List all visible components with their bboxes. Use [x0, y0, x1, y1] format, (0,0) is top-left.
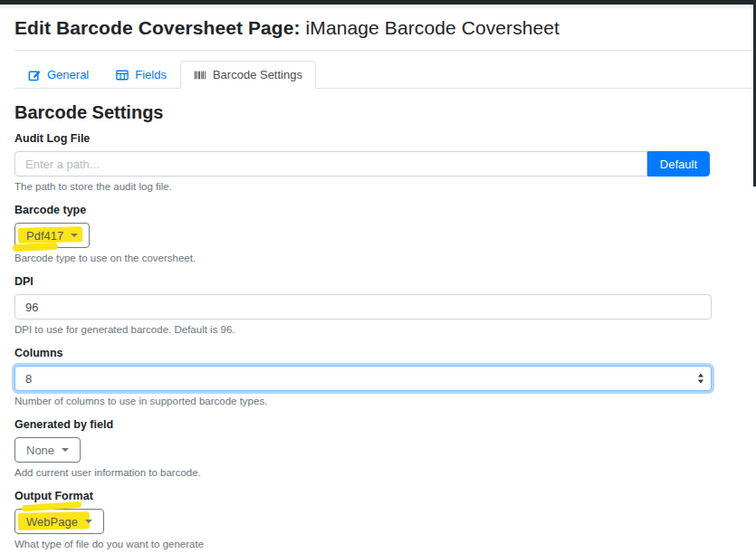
field-generated-by: Generated by field None Add current user…: [14, 418, 742, 478]
columns-input-wrap: [14, 366, 712, 391]
tab-label: Barcode Settings: [213, 68, 302, 81]
barcode-type-label: Barcode type: [14, 204, 742, 216]
number-spinner[interactable]: [698, 374, 703, 384]
tab-label: Fields: [135, 68, 167, 81]
output-format-dropdown[interactable]: WebPage: [14, 509, 104, 534]
generated-by-help-text: Add current user information to barcode.: [14, 467, 742, 478]
highlighter-annotation: [13, 243, 59, 253]
columns-label: Columns: [14, 347, 742, 359]
top-shadow: [0, 5, 756, 11]
tab-barcode-settings[interactable]: Barcode Settings: [180, 61, 316, 89]
caret-down-icon: [62, 448, 69, 452]
barcode-icon: [194, 69, 206, 81]
audit-log-input-group: Default: [14, 151, 710, 177]
audit-log-file-label: Audit Log File: [14, 132, 742, 145]
spinner-up-icon[interactable]: [698, 374, 703, 377]
dpi-input[interactable]: [14, 294, 712, 320]
field-barcode-type: Barcode type Pdf417 Barcode type to use …: [14, 204, 742, 263]
generated-by-dropdown[interactable]: None: [14, 437, 81, 463]
barcode-type-value: Pdf417: [26, 229, 63, 243]
tab-general[interactable]: General: [14, 61, 102, 89]
generated-by-label: Generated by field: [14, 418, 742, 431]
page-title-prefix: Edit Barcode Coversheet Page:: [14, 17, 301, 38]
barcode-type-help-text: Barcode type to use on the coversheet.: [14, 253, 742, 263]
tab-bar: General Fields: [14, 61, 756, 89]
page-title-subject: iManage Barcode Coversheet: [306, 17, 560, 38]
caret-down-icon: [85, 520, 92, 523]
barcode-type-dropdown[interactable]: Pdf417: [14, 223, 90, 248]
edit-icon: [28, 69, 41, 81]
tab-label: General: [47, 68, 89, 81]
title-divider: [14, 50, 756, 51]
spinner-down-icon[interactable]: [698, 380, 703, 384]
dpi-label: DPI: [14, 275, 742, 288]
audit-log-path-input[interactable]: [14, 151, 647, 177]
dpi-help-text: DPI to use for generated barcode. Defaul…: [14, 324, 742, 335]
output-format-label: Output Format: [14, 490, 742, 502]
columns-number-input[interactable]: [14, 366, 712, 391]
section-heading: Barcode Settings: [14, 102, 742, 123]
default-button[interactable]: Default: [647, 151, 710, 177]
columns-help-text: Number of columns to use in supported ba…: [14, 396, 742, 406]
field-audit-log-file: Audit Log File Default The path to store…: [14, 132, 742, 192]
page-title: Edit Barcode Coversheet Page: iManage Ba…: [14, 17, 742, 39]
audit-log-help-text: The path to store the audit log file.: [14, 181, 742, 192]
table-icon: [116, 69, 129, 81]
output-format-help-text: What type of file do you want to generat…: [14, 539, 742, 549]
dpi-input-wrap: [14, 294, 712, 320]
field-dpi: DPI DPI to use for generated barcode. De…: [14, 275, 742, 335]
tab-fields[interactable]: Fields: [102, 61, 180, 89]
field-output-format: Output Format WebPage What type of file …: [14, 490, 742, 549]
highlighter-annotation: [22, 501, 81, 512]
generated-by-value: None: [26, 444, 54, 457]
caret-down-icon: [71, 234, 78, 237]
output-format-value: WebPage: [26, 515, 78, 529]
content-area: Edit Barcode Coversheet Page: iManage Ba…: [0, 17, 756, 554]
field-columns: Columns Number of columns to use in supp…: [14, 347, 742, 406]
